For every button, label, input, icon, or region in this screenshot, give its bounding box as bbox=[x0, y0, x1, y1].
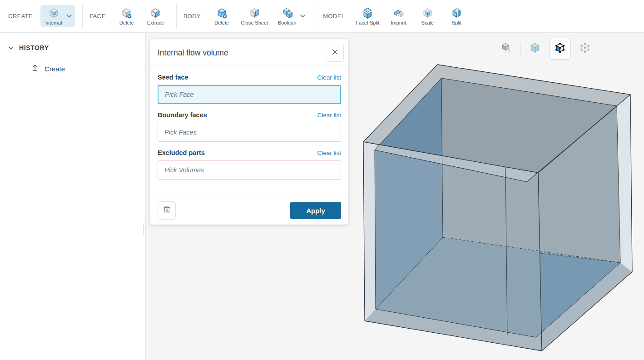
delete-operation-button[interactable] bbox=[158, 201, 176, 220]
chevron-down-icon[interactable] bbox=[67, 15, 72, 18]
tool-boolean[interactable]: Boolean bbox=[274, 5, 308, 27]
top-toolbar: CREATE InternalFACE Delete ExtrudeBODY D… bbox=[0, 0, 644, 33]
tool-split[interactable]: Split bbox=[443, 5, 470, 27]
tool-facet-split[interactable]: Facet Split bbox=[352, 5, 382, 27]
history-header[interactable]: HISTORY bbox=[0, 33, 145, 52]
close-icon bbox=[332, 49, 338, 57]
pick-input-excluded-parts[interactable]: Pick Volumes bbox=[158, 160, 341, 180]
view-mode-bar bbox=[496, 38, 595, 60]
input-placeholder: Pick Faces bbox=[164, 129, 197, 136]
section-label: Boundary faces bbox=[158, 111, 207, 119]
input-placeholder: Pick Face bbox=[165, 91, 194, 98]
tool-label: Delete bbox=[214, 20, 229, 25]
close-button[interactable] bbox=[326, 44, 344, 62]
split-icon bbox=[451, 7, 463, 19]
dialog-section-seed-face: Seed faceClear listPick Face bbox=[158, 74, 341, 104]
tool-label: Imprint bbox=[391, 20, 406, 25]
boolean-icon bbox=[281, 7, 293, 19]
history-item-create[interactable]: Create bbox=[31, 64, 145, 74]
tool-delete[interactable]: Delete bbox=[208, 5, 235, 27]
solid-view-icon bbox=[500, 42, 512, 55]
internal-flow-volume-dialog: Internal flow volume Seed faceClear list… bbox=[150, 39, 348, 225]
view-mode-solid-with-vertices-view[interactable] bbox=[549, 38, 571, 60]
tool-label: Internal bbox=[45, 20, 62, 25]
toolbar-group-label: MODEL bbox=[323, 13, 345, 20]
history-item-label: Create bbox=[45, 65, 65, 73]
toolbar-separator bbox=[316, 4, 316, 29]
internal-volume-icon bbox=[48, 7, 60, 19]
tool-label: Delete bbox=[119, 20, 134, 25]
toolbar-group-label: FACE bbox=[89, 13, 106, 20]
body-delete-icon bbox=[216, 7, 228, 19]
extrude-icon bbox=[149, 7, 162, 19]
toolbar-group-label: BODY bbox=[183, 13, 201, 20]
tool-close-sheet[interactable]: Close Sheet bbox=[238, 5, 271, 27]
tool-label: Split bbox=[452, 20, 461, 25]
trash-icon bbox=[163, 205, 171, 215]
section-label: Seed face bbox=[158, 74, 188, 81]
toolbar-separator bbox=[176, 4, 177, 29]
wireframe-view-icon bbox=[579, 42, 591, 55]
viewbar-divider bbox=[520, 42, 521, 55]
tool-label: Close Sheet bbox=[241, 20, 268, 25]
close-sheet-icon bbox=[248, 7, 261, 19]
clear-list-link[interactable]: Clear list bbox=[317, 150, 341, 156]
tool-delete[interactable]: Delete bbox=[114, 5, 140, 27]
toolbar-group-body: BODY Delete Close Sheet Boolean bbox=[183, 0, 310, 32]
history-sidebar: HISTORY Create bbox=[0, 33, 146, 360]
view-mode-solid-view[interactable] bbox=[496, 38, 517, 59]
scale-icon bbox=[421, 7, 434, 19]
toolbar-group-model: MODELFacet Split Imprint Scale Split bbox=[322, 0, 471, 32]
clear-list-link[interactable]: Clear list bbox=[317, 74, 341, 81]
create-upload-icon bbox=[31, 64, 39, 74]
clear-list-link[interactable]: Clear list bbox=[317, 112, 341, 119]
imprint-icon bbox=[392, 7, 405, 19]
toolbar-group-label: CREATE bbox=[8, 13, 33, 20]
tool-imprint[interactable]: Imprint bbox=[385, 5, 411, 27]
dialog-header: Internal flow volume bbox=[150, 39, 348, 65]
toolbar-separator bbox=[82, 4, 83, 29]
view-mode-transparent-view[interactable] bbox=[525, 38, 545, 59]
history-title: HISTORY bbox=[19, 44, 49, 51]
facet-split-icon bbox=[362, 7, 374, 19]
apply-button[interactable]: Apply bbox=[290, 202, 341, 219]
dialog-title: Internal flow volume bbox=[158, 48, 228, 57]
chevron-down-icon[interactable] bbox=[300, 15, 305, 18]
transparent-view-icon bbox=[529, 42, 541, 55]
view-mode-wireframe-view[interactable] bbox=[575, 38, 595, 59]
tool-label: Facet Split bbox=[356, 20, 379, 25]
tool-extrude[interactable]: Extrude bbox=[143, 5, 169, 27]
pick-input-seed-face[interactable]: Pick Face bbox=[158, 85, 341, 104]
face-delete-icon bbox=[120, 7, 133, 19]
solid-with-vertices-view-icon bbox=[554, 42, 566, 55]
pick-input-boundary-faces[interactable]: Pick Faces bbox=[158, 123, 341, 142]
dialog-footer: Apply bbox=[150, 196, 348, 225]
tool-label: Scale bbox=[421, 20, 434, 25]
tool-label: Boolean bbox=[278, 20, 296, 25]
toolbar-group-create: CREATE Internal bbox=[7, 0, 76, 32]
section-label: Excluded parts bbox=[158, 149, 205, 156]
input-placeholder: Pick Volumes bbox=[164, 166, 204, 174]
tool-internal[interactable]: Internal bbox=[40, 5, 75, 27]
dialog-section-boundary-faces: Boundary facesClear listPick Faces bbox=[158, 111, 341, 142]
tool-scale[interactable]: Scale bbox=[414, 5, 441, 27]
tool-label: Extrude bbox=[147, 20, 164, 25]
chevron-down-icon bbox=[8, 44, 14, 52]
dialog-section-excluded-parts: Excluded partsClear listPick Volumes bbox=[158, 149, 341, 180]
toolbar-group-face: FACE Delete Extrude bbox=[89, 0, 170, 32]
